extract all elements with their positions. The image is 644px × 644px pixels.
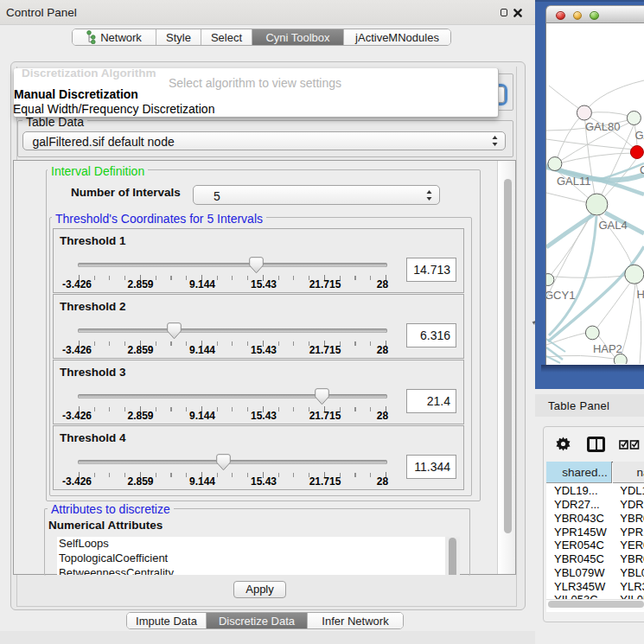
svg-text:GAL80: GAL80 <box>585 120 620 133</box>
svg-text:GCY1: GCY1 <box>546 289 575 302</box>
svg-text:HI: HI <box>636 288 644 301</box>
svg-text:GAL11: GAL11 <box>557 175 591 188</box>
svg-text:HAP2: HAP2 <box>592 342 622 355</box>
svg-text:GAL1: GAL1 <box>634 129 644 142</box>
svg-text:GAL4: GAL4 <box>598 219 627 232</box>
svg-text:CY: CY <box>640 163 644 176</box>
